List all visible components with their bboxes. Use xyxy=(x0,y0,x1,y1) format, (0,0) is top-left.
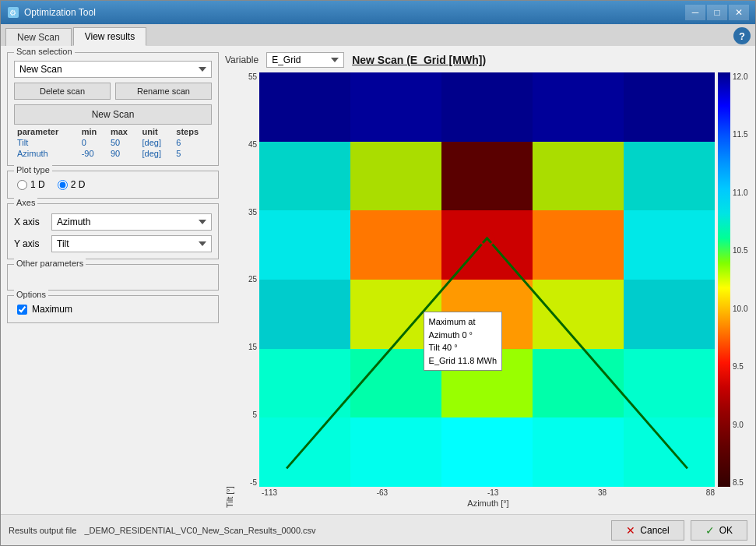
param-unit-0: [deg] xyxy=(139,137,173,148)
chart-inner: 55 45 35 25 15 5 -5 xyxy=(236,72,749,508)
window-title: Optimization Tool xyxy=(24,7,685,18)
chart-header: Variable E_Grid New Scan (E_Grid [MWh]) xyxy=(225,52,749,68)
titlebar: ⚙ Optimization Tool ─ □ ✕ xyxy=(1,1,755,24)
cell-1-3 xyxy=(533,142,624,211)
param-min-1: -90 xyxy=(79,148,107,159)
radio-1d-input[interactable] xyxy=(17,180,27,190)
axes-label: Axes xyxy=(14,198,37,207)
table-row: Tilt 0 50 [deg] 6 xyxy=(14,137,212,148)
footer: Results output file _DEMO_RESIDENTIAL_VC… xyxy=(1,514,755,545)
maximize-button[interactable]: □ xyxy=(707,5,727,20)
xtick-2: -13 xyxy=(487,488,498,497)
delete-scan-button[interactable]: Delete scan xyxy=(14,83,111,100)
cell-2-1 xyxy=(350,210,441,280)
maximum-checkbox[interactable] xyxy=(17,305,27,315)
scan-selection-group: Scan selection New Scan Delete scan Rena… xyxy=(7,52,219,166)
param-steps-1: 5 xyxy=(173,148,212,159)
new-scan-button[interactable]: New Scan xyxy=(14,104,212,125)
ytick-6: -5 xyxy=(236,478,257,487)
heatmap-with-colorbar: 55 45 35 25 15 5 -5 xyxy=(236,72,749,487)
cell-4-4 xyxy=(624,349,715,418)
options-group: Options Maximum xyxy=(7,295,219,323)
cell-0-3 xyxy=(533,72,624,142)
param-steps-0: 6 xyxy=(173,137,212,148)
cell-5-1 xyxy=(350,417,441,487)
plot-type-label: Plot type xyxy=(14,165,52,174)
window-controls: ─ □ ✕ xyxy=(685,5,749,20)
chart-area: Tilt [°] 55 45 35 25 xyxy=(225,72,749,508)
colorbar-11_5: 11.5 xyxy=(733,130,747,139)
param-name-0: Tilt xyxy=(14,137,79,148)
param-min-0: 0 xyxy=(79,137,107,148)
x-axis-label: X axis xyxy=(14,217,45,227)
variable-label: Variable xyxy=(225,55,258,65)
ok-check-icon: ✓ xyxy=(705,524,715,537)
colorbar-labels: 12.0 11.5 11.0 10.5 10.0 9.5 9.0 8.5 xyxy=(730,72,747,487)
footer-buttons: ✕ Cancel ✓ OK xyxy=(611,520,747,541)
cell-1-2 xyxy=(441,142,533,211)
cell-4-1 xyxy=(350,349,441,418)
param-header-0: parameter xyxy=(14,126,79,137)
tab-view-results[interactable]: View results xyxy=(73,27,146,46)
other-params-group: Other parameters xyxy=(7,264,219,291)
ok-label: OK xyxy=(719,525,733,536)
cell-3-1 xyxy=(350,280,441,349)
variable-select[interactable]: E_Grid xyxy=(266,52,344,68)
minimize-button[interactable]: ─ xyxy=(685,5,705,20)
param-header-4: steps xyxy=(173,126,212,137)
cell-5-4 xyxy=(624,417,715,487)
y-axis-row: Y axis Tilt Azimuth xyxy=(14,235,212,252)
ok-button[interactable]: ✓ OK xyxy=(691,520,747,541)
heatmap-container: Tilt [°] 55 45 35 25 xyxy=(225,72,749,508)
colorbar-9_5: 9.5 xyxy=(733,362,747,371)
ytick-0: 55 xyxy=(236,72,257,81)
y-axis-select[interactable]: Tilt Azimuth xyxy=(51,235,212,252)
app-icon: ⚙ xyxy=(7,6,19,19)
radio-2d-input[interactable] xyxy=(58,180,68,190)
cell-4-0 xyxy=(259,349,350,418)
radio-1d-label: 1 D xyxy=(30,179,45,190)
close-button[interactable]: ✕ xyxy=(729,5,749,20)
colorbar-9: 9.0 xyxy=(733,421,747,429)
radio-1d[interactable]: 1 D xyxy=(17,179,45,190)
y-axis-label: Y axis xyxy=(14,238,45,249)
radio-2d[interactable]: 2 D xyxy=(58,179,86,190)
cell-2-2 xyxy=(441,210,533,280)
colorbar-max: 12.0 xyxy=(733,72,747,81)
other-params-label: Other parameters xyxy=(14,259,86,268)
cell-4-3 xyxy=(533,349,624,418)
colorbar-10: 10.0 xyxy=(733,305,747,313)
heatmap-grid xyxy=(259,72,715,487)
xtick-4: 88 xyxy=(706,488,715,497)
cell-2-3 xyxy=(533,210,624,280)
scan-dropdown[interactable]: New Scan xyxy=(14,61,212,78)
help-button[interactable]: ? xyxy=(733,27,751,44)
x-axis-ticks: -113 -63 -13 38 88 xyxy=(262,487,715,498)
maximum-label: Maximum xyxy=(32,304,72,315)
options-label: Options xyxy=(14,290,48,299)
param-unit-1: [deg] xyxy=(139,148,173,159)
tab-new-scan[interactable]: New Scan xyxy=(5,28,72,46)
table-row: Azimuth -90 90 [deg] 5 xyxy=(14,148,212,159)
colorbar-gradient xyxy=(718,72,730,487)
radio-2d-label: 2 D xyxy=(71,179,86,190)
main-content: Scan selection New Scan Delete scan Rena… xyxy=(1,46,755,514)
colorbar: 12.0 11.5 11.0 10.5 10.0 9.5 9.0 8.5 xyxy=(718,72,749,487)
x-axis-select[interactable]: Azimuth Tilt xyxy=(51,213,212,231)
param-max-0: 50 xyxy=(107,137,139,148)
colorbar-10_5: 10.5 xyxy=(733,246,747,255)
rename-scan-button[interactable]: Rename scan xyxy=(115,83,212,100)
axes-group: Axes X axis Azimuth Tilt Y axis Tilt Azi… xyxy=(7,203,219,259)
cell-2-4 xyxy=(624,210,715,280)
cancel-button[interactable]: ✕ Cancel xyxy=(611,520,684,541)
colorbar-11: 11.0 xyxy=(733,188,747,197)
cell-5-2 xyxy=(441,417,533,487)
cell-3-0 xyxy=(259,280,350,349)
param-header-3: unit xyxy=(139,126,173,137)
heatmap-body: 55 45 35 25 15 5 -5 xyxy=(236,72,715,487)
param-header-1: min xyxy=(79,126,107,137)
right-panel: Variable E_Grid New Scan (E_Grid [MWh]) … xyxy=(225,52,749,508)
cell-1-0 xyxy=(259,142,350,211)
cell-1-1 xyxy=(350,142,441,211)
cell-3-4 xyxy=(624,280,715,349)
